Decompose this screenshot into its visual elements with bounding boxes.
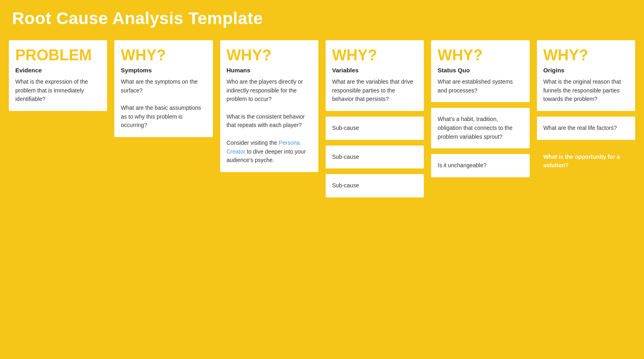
why5-reallife-card: What are the real life factors? <box>536 116 636 141</box>
why4-header: WHY? <box>438 47 523 63</box>
main-content: PROBLEM Evidence What is the expression … <box>0 35 644 359</box>
why2-main-card: WHY? Humans Who are the players directly… <box>219 39 319 173</box>
why4-unchangeable-body: Is it unchangeable? <box>438 161 523 170</box>
column-problem: PROBLEM Evidence What is the expression … <box>8 39 108 116</box>
why5-body: What is the original reason that funnels… <box>543 78 629 104</box>
why4-habit-card: What's a habit, tradition, obligation th… <box>430 107 530 149</box>
problem-body: What is the expression of the problem th… <box>15 78 101 104</box>
why4-section-title: Status Quo <box>438 67 523 74</box>
why5-header: WHY? <box>543 47 629 63</box>
column-why1: WHY? Symptoms What are the symptoms on t… <box>114 39 213 142</box>
why2-header: WHY? <box>227 47 312 63</box>
why3-body: What are the variables that drive respon… <box>332 78 417 104</box>
why2-body: Who are the players directly or indirect… <box>227 78 312 165</box>
why4-body: What are established systems and process… <box>438 78 523 95</box>
why3-header: WHY? <box>332 47 417 63</box>
subcause2-label: Sub-cause <box>332 153 417 162</box>
column-why4: WHY? Status Quo What are established sys… <box>430 39 530 182</box>
persona-creator-link[interactable]: Persona Creator <box>227 139 300 155</box>
why5-opportunity-body: What is the opportunity for a solution? <box>543 153 629 170</box>
problem-main-card: PROBLEM Evidence What is the expression … <box>8 39 108 112</box>
why5-opportunity-card: What is the opportunity for a solution? <box>536 145 636 178</box>
column-why5: WHY? Origins What is the original reason… <box>536 39 636 182</box>
why3-subcause3: Sub-cause <box>325 173 425 198</box>
columns-container: PROBLEM Evidence What is the expression … <box>8 39 636 202</box>
why1-main-card: WHY? Symptoms What are the symptoms on t… <box>114 39 213 138</box>
column-why2: WHY? Humans Who are the players directly… <box>219 39 319 177</box>
why3-subcause1: Sub-cause <box>325 116 425 141</box>
why1-header: WHY? <box>121 47 206 63</box>
subcause3-label: Sub-cause <box>332 181 417 190</box>
column-why3: WHY? Variables What are the variables th… <box>325 39 425 202</box>
why3-subcause2: Sub-cause <box>325 145 425 170</box>
why1-body: What are the symptoms on the surface?Wha… <box>121 78 206 130</box>
problem-section-title: Evidence <box>15 67 101 74</box>
page-title: Root Cause Analysis Template <box>12 9 632 28</box>
why4-main-card: WHY? Status Quo What are established sys… <box>430 39 530 103</box>
problem-header: PROBLEM <box>15 47 101 63</box>
why4-habit-body: What's a habit, tradition, obligation th… <box>438 115 523 141</box>
subcause1-label: Sub-cause <box>332 124 417 133</box>
why1-section-title: Symptoms <box>121 67 206 74</box>
why5-reallife-body: What are the real life factors? <box>543 124 629 133</box>
why3-section-title: Variables <box>332 67 417 74</box>
why2-section-title: Humans <box>227 67 312 74</box>
why5-main-card: WHY? Origins What is the original reason… <box>536 39 636 112</box>
why5-section-title: Origins <box>543 67 629 74</box>
why4-unchangeable-card: Is it unchangeable? <box>430 153 530 178</box>
why3-main-card: WHY? Variables What are the variables th… <box>325 39 425 112</box>
page-header: Root Cause Analysis Template <box>0 0 644 35</box>
